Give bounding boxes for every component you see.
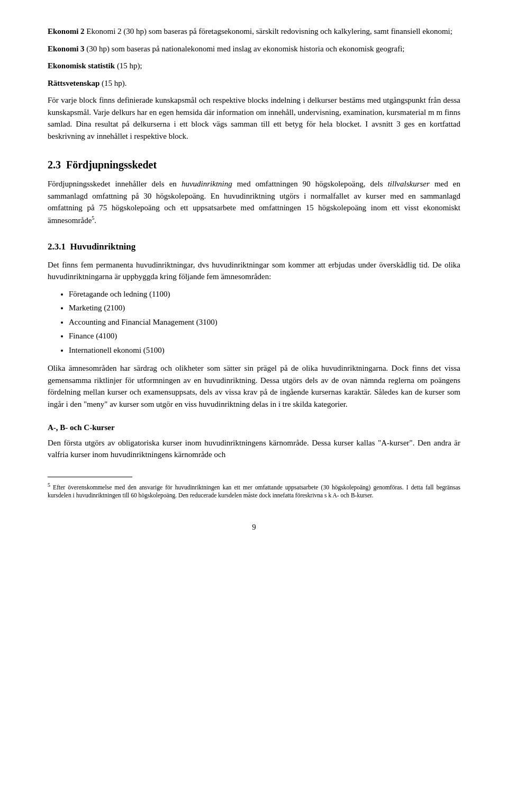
page-content: Ekonomi 2 Ekonomi 2 (30 hp) som baseras … — [48, 25, 460, 533]
paragraph-fordjupning: Fördjupningsskedet innehåller dels en hu… — [48, 178, 460, 226]
paragraph-amnesomraden-info: Olika ämnesområden har särdrag och olikh… — [48, 362, 460, 410]
statistik-bold: Ekonomisk statistik — [48, 61, 115, 70]
paragraph-statistik: Ekonomisk statistik (15 hp); — [48, 60, 460, 72]
ekonomi2-text: Ekonomi 2 (30 hp) som baseras på företag… — [86, 27, 452, 35]
page-number: 9 — [48, 521, 460, 533]
section-231-title: Huvudinriktning — [70, 242, 136, 252]
section-23-num: 2.3 — [48, 159, 61, 171]
footnote-num-5: 5 — [48, 482, 50, 488]
paragraph-akurser: Den första utgörs av obligatoriska kurse… — [48, 437, 460, 461]
section-231-num: 2.3.1 — [48, 242, 66, 252]
italic-tillvalskurser: tillvalskurser — [388, 180, 430, 188]
ekonomi2-bold: Ekonomi 2 — [48, 27, 85, 35]
paragraph-fem-riktningar: Det finns fem permanenta huvudinriktning… — [48, 259, 460, 283]
subheading-abc: A-, B- och C-kurser — [48, 422, 460, 434]
section-231-heading: 2.3.1 Huvudinriktning — [48, 242, 135, 252]
statistik-text: (15 hp); — [117, 61, 142, 70]
italic-huvudinriktning: huvudinriktning — [182, 180, 232, 188]
list-item-5: Internationell ekonomi (5100) — [69, 344, 460, 356]
footnote-divider — [48, 477, 132, 477]
section-23-header: 2.3 Fördjupningsskedet — [48, 157, 460, 173]
paragraph-ekonomi3: Ekonomi 3 (30 hp) som baseras på nationa… — [48, 43, 460, 55]
section-23-title: Fördjupningsskedet — [66, 159, 157, 171]
list-item-1: Företagande och ledning (1100) — [69, 288, 460, 300]
footnote-paragraph: 5 Efter överenskommelse med den ansvarig… — [48, 481, 460, 500]
paragraph-block-info: För varje block finns definierade kunska… — [48, 94, 460, 142]
section-23-heading: 2.3 Fördjupningsskedet — [48, 159, 157, 171]
rattsvetenskap-bold: Rättsvetenskap — [48, 79, 99, 87]
paragraph-ekonomi2: Ekonomi 2 Ekonomi 2 (30 hp) som baseras … — [48, 25, 460, 38]
rattsvetenskap-text: (15 hp). — [102, 79, 127, 87]
list-item-2: Marketing (2100) — [69, 302, 460, 314]
ekonomi3-bold: Ekonomi 3 — [48, 44, 85, 53]
bullet-list-amnesomraden: Företagande och ledning (1100) Marketing… — [69, 288, 460, 356]
paragraph-rattsvetenskap: Rättsvetenskap (15 hp). — [48, 77, 460, 90]
list-item-4: Finance (4100) — [69, 330, 460, 342]
footnote-ref-5: 5 — [92, 215, 94, 221]
ekonomi3-text: (30 hp) som baseras på nationalekonomi m… — [86, 44, 404, 53]
list-item-3: Accounting and Financial Management (310… — [69, 316, 460, 328]
section-231-header: 2.3.1 Huvudinriktning — [48, 240, 460, 254]
